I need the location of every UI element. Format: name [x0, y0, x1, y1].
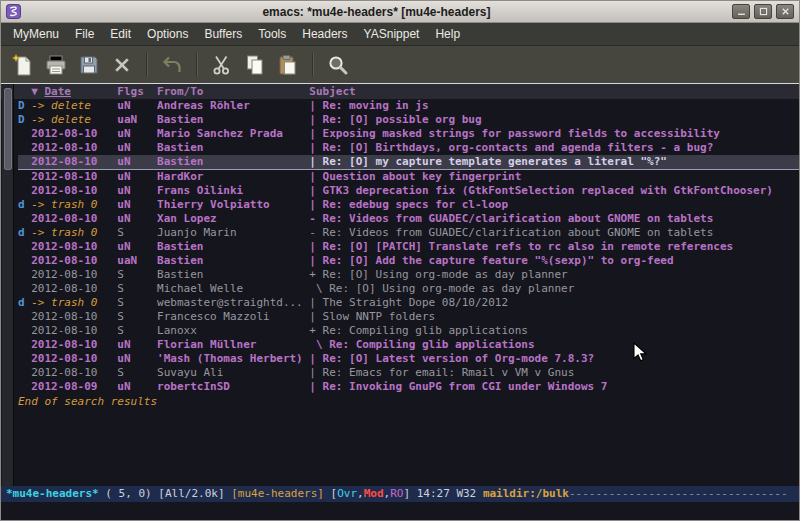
close-button[interactable] — [776, 4, 794, 19]
message-row[interactable]: 2012-08-10uN'Mash (Thomas Herbert)| Re: … — [18, 352, 799, 366]
message-row[interactable]: 2012-08-10SLanoxx+ Re: Compiling glib ap… — [18, 324, 799, 338]
from-cell: Xan Lopez — [157, 212, 309, 226]
flags-cell: uN — [117, 240, 157, 254]
date-cell: 2012-08-10 — [31, 338, 117, 352]
date-cell: 2012-08-10 — [31, 366, 117, 380]
flags-cell: uN — [117, 338, 157, 352]
message-row[interactable]: 2012-08-10SFrancesco Mazzoli| Slow NNTP … — [18, 310, 799, 324]
maximize-icon — [758, 6, 769, 17]
menu-tools[interactable]: Tools — [250, 24, 294, 44]
flags-cell: uN — [117, 212, 157, 226]
subject-cell: | Re: [O] my capture template generates … — [309, 155, 667, 168]
message-row[interactable]: 2012-08-10SSuvayu Ali| Re: Emacs for ema… — [18, 366, 799, 380]
from-cell: Mario Sanchez Prada — [157, 127, 309, 141]
new-file-icon — [11, 53, 35, 77]
from-cell: Juanjo Marin — [157, 226, 309, 240]
menu-file[interactable]: File — [67, 24, 102, 44]
paste-button[interactable] — [274, 51, 302, 79]
message-row[interactable]: 2012-08-10uNMario Sanchez Prada| Exposin… — [18, 127, 799, 141]
minimize-icon — [736, 6, 747, 17]
menu-edit[interactable]: Edit — [102, 24, 139, 44]
date-cell: 2012-08-10 — [31, 141, 117, 155]
message-row[interactable]: 2012-08-10uNBastien| Re: [O] Birthdays, … — [18, 141, 799, 155]
copy-button[interactable] — [241, 51, 269, 79]
message-row[interactable]: 2012-08-10uNFlorian Müllner \ Re: Compil… — [18, 338, 799, 352]
subject-cell: | Re: [O] Add the capture feature "%(sex… — [309, 254, 673, 267]
new-file-button[interactable] — [9, 51, 37, 79]
message-row[interactable]: d-> trash 0uNThierry Volpiatto| Re: edeb… — [18, 198, 799, 212]
flags-cell: uN — [117, 380, 157, 394]
close-buffer-button[interactable] — [108, 51, 136, 79]
scrollbar-thumb[interactable] — [4, 88, 12, 170]
from-cell: Suvayu Ali — [157, 366, 309, 380]
cut-button[interactable] — [208, 51, 236, 79]
sort-descending-icon: ▼ — [31, 85, 44, 98]
message-row[interactable]: 2012-08-10uNFrans Oilinki| GTK3 deprecat… — [18, 184, 799, 198]
menu-headers[interactable]: Headers — [294, 24, 355, 44]
maximize-button[interactable] — [754, 4, 772, 19]
cut-icon — [210, 53, 234, 77]
subject-cell: | Re: moving in js — [309, 99, 428, 112]
message-row[interactable]: 2012-08-10SMichael Welle \ Re: [O] Using… — [18, 282, 799, 296]
date-cell: 2012-08-09 — [31, 380, 117, 394]
subject-cell: | Re: edebug specs for cl-loop — [309, 198, 508, 211]
menu-buffers[interactable]: Buffers — [196, 24, 250, 44]
menu-yasnippet[interactable]: YASnippet — [356, 24, 428, 44]
toolbar-separator — [196, 53, 198, 77]
title-bar[interactable]: emacs: *mu4e-headers* [mu4e-headers] — [1, 1, 799, 23]
minimize-button[interactable] — [732, 4, 750, 19]
date-cell: 2012-08-10 — [31, 352, 117, 366]
search-button[interactable] — [324, 51, 352, 79]
undo-button[interactable] — [158, 51, 186, 79]
end-of-search-results: End of search results — [18, 394, 799, 409]
message-row[interactable]: D-> deleteuaNBastien| Re: [O] possible o… — [18, 113, 799, 127]
flags-cell: uN — [117, 155, 157, 169]
subject-cell: | Question about key fingerprint — [309, 170, 521, 183]
menu-mymenu[interactable]: MyMenu — [5, 24, 67, 44]
flags-cell: uN — [117, 198, 157, 212]
menu-options[interactable]: Options — [139, 24, 196, 44]
scrollbar-track[interactable] — [2, 84, 14, 486]
mode-line-segment: --------------------------------- — [569, 487, 788, 500]
mode-line: *mu4e-headers* ( 5, 0) [All/2.0k] [mu4e-… — [1, 486, 799, 502]
date-cell: 2012-08-10 — [31, 310, 117, 324]
header-flags-cell[interactable]: Flgs — [117, 84, 157, 99]
subject-cell: | GTK3 deprecation fix (GtkFontSelection… — [309, 184, 773, 197]
from-cell: Bastien — [157, 268, 309, 282]
header-from-cell[interactable]: From/To — [157, 84, 309, 99]
print-button[interactable] — [42, 51, 70, 79]
from-cell: Michael Welle — [157, 282, 309, 296]
message-row[interactable]: D-> deleteuNAndreas Röhler| Re: moving i… — [18, 99, 799, 113]
undo-icon — [160, 53, 184, 77]
from-cell: 'Mash (Thomas Herbert) — [157, 352, 309, 366]
from-cell: robertcInSD — [157, 380, 309, 394]
date-cell: -> trash 0 — [31, 226, 117, 240]
message-row[interactable]: 2012-08-09uNrobertcInSD| Re: Invoking Gn… — [18, 380, 799, 394]
message-row[interactable]: d-> trash 0Swebmaster@straightd...| The … — [18, 296, 799, 310]
header-subject-cell[interactable]: Subject — [309, 85, 355, 98]
toolbar — [1, 46, 799, 83]
from-cell: Bastien — [157, 240, 309, 254]
message-row[interactable]: 2012-08-10uNBastien| Re: [O] [PATCH] Tra… — [18, 240, 799, 254]
from-cell: HardKor — [157, 170, 309, 184]
header-date-cell[interactable]: ▼ Date — [31, 84, 117, 99]
print-icon — [44, 53, 68, 77]
date-cell: -> trash 0 — [31, 296, 117, 310]
subject-cell: \ Re: Compiling glib applications — [309, 338, 534, 351]
message-row[interactable]: 2012-08-10uaNBastien| Re: [O] Add the ca… — [18, 254, 799, 268]
toolbar-separator — [146, 53, 148, 77]
flags-cell: uN — [117, 141, 157, 155]
message-row[interactable]: 2012-08-10SBastien+ Re: [O] Using org-mo… — [18, 268, 799, 282]
date-cell: 2012-08-10 — [31, 282, 117, 296]
save-icon — [77, 53, 101, 77]
menu-help[interactable]: Help — [427, 24, 468, 44]
from-cell: Frans Oilinki — [157, 184, 309, 198]
flags-cell: S — [117, 226, 157, 240]
message-row[interactable]: d-> trash 0SJuanjo Marin- Re: Videos fro… — [18, 226, 799, 240]
mark-cell: D — [18, 99, 31, 113]
save-button[interactable] — [75, 51, 103, 79]
message-row[interactable]: 2012-08-10uNHardKor| Question about key … — [18, 170, 799, 184]
message-row[interactable]: 2012-08-10uNBastien| Re: [O] my capture … — [18, 155, 799, 170]
message-row[interactable]: 2012-08-10uNXan Lopez- Re: Videos from G… — [18, 212, 799, 226]
subject-cell: | Re: [O] possible org bug — [309, 113, 481, 126]
